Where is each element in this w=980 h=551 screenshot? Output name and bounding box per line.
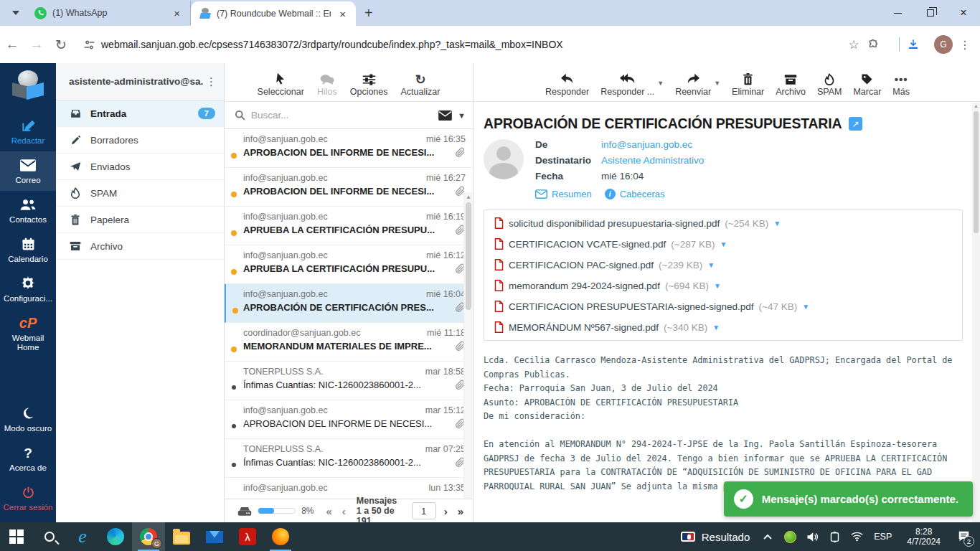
- attachment-item[interactable]: CERTIFICACION PRESUPUESTARIA-signed-sign…: [494, 301, 809, 312]
- url-bar[interactable]: webmail.sanjuan.gob.ec/cpsess7146383072/…: [101, 39, 843, 50]
- search-scope-icon[interactable]: [438, 110, 452, 121]
- attachment-menu-icon[interactable]: ▼: [802, 303, 809, 311]
- taskbar-edge-button[interactable]: [99, 522, 132, 551]
- list-scrollbar[interactable]: ▲ ▼: [463, 192, 473, 551]
- wifi-icon[interactable]: [847, 522, 866, 551]
- attachment-menu-icon[interactable]: ▼: [712, 324, 720, 331]
- refresh-button[interactable]: ↻ Actualizar: [401, 74, 440, 97]
- news-widget[interactable]: Resultado: [672, 522, 759, 551]
- device-icon[interactable]: [825, 522, 844, 551]
- extensions-icon[interactable]: [867, 39, 892, 51]
- folder-enviados[interactable]: Enviados: [56, 154, 224, 180]
- sidebar-item-redactar[interactable]: Redactar: [0, 112, 56, 151]
- message-row-selected[interactable]: info@sanjuan.gob.ecmié 16:04 APROBACIÓN …: [225, 284, 473, 323]
- minimize-button[interactable]: [881, 0, 914, 26]
- close-tab-icon[interactable]: ×: [171, 7, 183, 19]
- search-options-chevron-icon[interactable]: ▼: [458, 111, 466, 120]
- attachment-menu-icon[interactable]: ▼: [714, 282, 721, 290]
- reply-all-menu-icon[interactable]: ▼: [657, 80, 664, 87]
- page-input[interactable]: [412, 502, 436, 519]
- download-icon[interactable]: [907, 38, 931, 51]
- folder-spam[interactable]: SPAM: [56, 180, 224, 207]
- taskbar-clock[interactable]: 8:28 4/7/2024: [900, 527, 948, 547]
- scroll-up-icon[interactable]: ▲: [464, 194, 473, 200]
- tab-roundcube[interactable]: (7) Roundcube Webmail :: Entra ×: [191, 1, 356, 26]
- forward-button[interactable]: Reenviar: [675, 73, 711, 97]
- sidebar-item-correo[interactable]: Correo: [0, 151, 56, 191]
- reply-all-button[interactable]: Responder ...: [600, 73, 654, 97]
- close-tab-icon[interactable]: ×: [336, 8, 349, 20]
- summary-link[interactable]: Resumen: [535, 189, 592, 199]
- tab-search-icon[interactable]: [6, 3, 26, 23]
- search-input[interactable]: [251, 110, 433, 121]
- mark-button[interactable]: Marcar: [853, 73, 881, 97]
- forward-menu-icon[interactable]: ▼: [714, 80, 720, 87]
- headers-link[interactable]: i Cabeceras: [605, 189, 665, 199]
- attachment-item[interactable]: CERTIFICACION VCATE-signed.pdf (~287 KB)…: [494, 238, 727, 250]
- options-button[interactable]: Opciones: [350, 74, 388, 97]
- message-row[interactable]: coordinador@sanjuan.gob.ecmié 11:18 MEMO…: [225, 323, 473, 362]
- forward-icon[interactable]: →: [24, 37, 49, 52]
- back-icon[interactable]: ←: [0, 37, 24, 52]
- first-page-button[interactable]: «: [324, 505, 334, 517]
- message-row[interactable]: info@sanjuan.gob.ecmié 16:35 APROBACION …: [225, 129, 473, 168]
- language-indicator[interactable]: ESP: [870, 532, 896, 542]
- antivirus-tray-icon[interactable]: [781, 522, 799, 551]
- prev-page-button[interactable]: ‹: [340, 505, 348, 517]
- last-page-button[interactable]: »: [456, 505, 466, 517]
- message-row[interactable]: info@sanjuan.gob.ecmié 16:19 APRUEBA LA …: [225, 207, 473, 245]
- attachment-item[interactable]: CERTIFICACION PAC-signed.pdf (~239 KB) ▼: [494, 259, 715, 270]
- message-row[interactable]: info@sanjuan.gob.ecmar 15:12 APROBACION …: [225, 400, 473, 439]
- reload-icon[interactable]: ↻: [49, 37, 73, 53]
- attachment-item[interactable]: MEMORÁNDUM Nº567-signed.pdf (~340 KB) ▼: [494, 321, 720, 333]
- sidebar-item-acerca-de[interactable]: ? Acerca de: [0, 439, 56, 479]
- select-button[interactable]: Seleccionar: [258, 72, 304, 97]
- message-row[interactable]: TONERPLUSS S.A.mar 18:58 Ínfimas Cuantía…: [225, 362, 473, 400]
- folder-archivo[interactable]: Archivo: [56, 233, 224, 260]
- attachment-item[interactable]: solicitud disponibilidad presupuestaria-…: [494, 217, 781, 229]
- message-row[interactable]: info@sanjuan.gob.ecmié 16:12 APRUEBA LA …: [225, 245, 473, 284]
- sidebar-item-calendario[interactable]: Calendario: [0, 230, 56, 270]
- scroll-thumb[interactable]: [974, 111, 979, 233]
- attachment-menu-icon[interactable]: ▼: [773, 220, 781, 227]
- folder-papelera[interactable]: Papelera: [56, 207, 224, 233]
- message-row[interactable]: info@sanjuan.gob.eclun 13:35: [225, 478, 473, 499]
- tab-whatsapp[interactable]: (1) WhatsApp ×: [26, 1, 191, 25]
- profile-avatar[interactable]: G: [934, 35, 953, 54]
- browser-menu-icon[interactable]: ⋮: [956, 38, 974, 52]
- site-info-icon[interactable]: [83, 39, 95, 51]
- message-row[interactable]: TONERPLUSS S.A.mar 07:25 Ínfimas Cuantía…: [225, 439, 473, 478]
- taskbar-acrobat-button[interactable]: λ: [231, 522, 264, 551]
- reply-button[interactable]: Responder: [545, 73, 589, 97]
- threads-button[interactable]: Hilos: [317, 74, 337, 97]
- restore-button[interactable]: [914, 0, 947, 26]
- delete-button[interactable]: Eliminar: [732, 73, 764, 97]
- sidebar-item-contactos[interactable]: Contactos: [0, 191, 56, 230]
- volume-icon[interactable]: [803, 522, 821, 551]
- sidebar-item-cerrar-sesion[interactable]: Cerrar sesión: [0, 479, 56, 518]
- sidebar-item-webmail-home[interactable]: cP Webmail Home: [0, 309, 56, 358]
- start-button[interactable]: [0, 522, 33, 551]
- open-new-window-icon[interactable]: ↗: [849, 117, 862, 131]
- folder-borradores[interactable]: Borradores: [56, 127, 224, 154]
- folder-entrada[interactable]: Entrada 7: [56, 100, 224, 127]
- attachment-item[interactable]: memorandum 294-2024-signed.pdf (~694 KB)…: [494, 280, 721, 291]
- archive-button[interactable]: Archivo: [776, 74, 806, 97]
- sidebar-item-configuracion[interactable]: Configuraci...: [0, 270, 56, 309]
- close-window-button[interactable]: ×: [947, 0, 980, 26]
- taskbar-mail-button[interactable]: [198, 522, 231, 551]
- taskbar-firefox-button[interactable]: [264, 522, 297, 551]
- from-address[interactable]: info@sanjuan.gob.ec: [601, 139, 692, 150]
- bookmark-icon[interactable]: ☆: [843, 37, 864, 52]
- taskbar-explorer-button[interactable]: [165, 522, 198, 551]
- scroll-up-icon[interactable]: ▲: [972, 103, 980, 108]
- to-address[interactable]: Asistente Administrativo: [601, 155, 704, 166]
- attachment-menu-icon[interactable]: ▼: [720, 240, 727, 248]
- scroll-thumb[interactable]: [466, 202, 471, 310]
- more-button[interactable]: ••• Más: [892, 73, 910, 97]
- taskbar-chrome-button[interactable]: G: [132, 522, 165, 551]
- sidebar-item-modo-oscuro[interactable]: Modo oscuro: [0, 400, 56, 439]
- next-page-button[interactable]: ›: [442, 505, 450, 517]
- taskbar-search-button[interactable]: [33, 522, 66, 551]
- account-menu-icon[interactable]: ⋮: [203, 75, 220, 88]
